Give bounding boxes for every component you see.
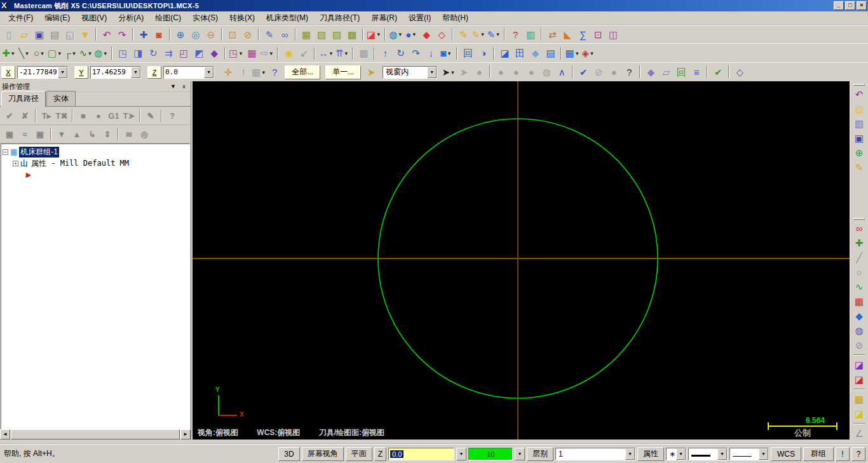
ops-help-icon[interactable]: ?: [165, 109, 180, 123]
wcs-button[interactable]: WCS: [771, 447, 801, 461]
menu-solids[interactable]: 实体(S): [187, 11, 224, 25]
edit-surface-icon[interactable]: ◍: [851, 323, 867, 338]
backplot-icon[interactable]: ■: [76, 109, 91, 123]
create-cylinder-icon[interactable]: ◍: [93, 46, 109, 60]
z-depth-button[interactable]: Z: [374, 447, 386, 461]
line-style-dropdown[interactable]: [688, 448, 728, 460]
zoom-target-icon[interactable]: ⊡: [225, 27, 240, 41]
z-depth-dropdown-icon[interactable]: [456, 448, 466, 460]
filter-funnel-icon[interactable]: ▼: [78, 27, 93, 41]
scrollbar-thumb[interactable]: [11, 429, 180, 440]
collapse-node-icon[interactable]: −: [3, 149, 8, 155]
gview-select-icon-dropdown[interactable]: [261, 65, 266, 79]
toggle-toolpath-display-icon[interactable]: ≈: [17, 127, 32, 141]
gview-select-icon[interactable]: ▦: [251, 65, 267, 79]
surface-create-icon-dropdown[interactable]: [574, 46, 580, 60]
select-all-operations-icon[interactable]: ✔: [2, 109, 17, 123]
verify-icon[interactable]: ●: [91, 109, 106, 123]
set-attributes-icon[interactable]: ✎: [456, 27, 471, 41]
highfeed-icon[interactable]: ✎: [143, 109, 158, 123]
select-arrow-icon-dropdown[interactable]: [450, 65, 456, 79]
analyze-volume-icon[interactable]: ∑: [575, 27, 590, 41]
select-all-button[interactable]: 全部...: [285, 65, 320, 79]
select-none-icon[interactable]: ⊘: [591, 65, 606, 79]
select-polygon-icon[interactable]: ●: [493, 65, 508, 79]
regen-selected-icon[interactable]: T▸: [39, 109, 54, 123]
save-icon[interactable]: ▣: [32, 27, 47, 41]
dimension-icon-dropdown[interactable]: [343, 46, 349, 60]
plane-button[interactable]: 平面: [346, 447, 372, 461]
select-circle-icon[interactable]: ●: [606, 65, 621, 79]
menu-screen[interactable]: 屏幕(R): [365, 11, 403, 25]
no-entry-icon[interactable]: ⊘: [851, 338, 867, 352]
gview-top-icon[interactable]: ▦: [299, 27, 314, 41]
dimension-icon[interactable]: ⇈: [334, 46, 349, 60]
group-button[interactable]: 群组: [803, 447, 834, 461]
distance-icon-dropdown[interactable]: [328, 46, 334, 60]
z-depth-field[interactable]: 0.0: [388, 448, 454, 460]
create-spline-icon-dropdown[interactable]: [87, 46, 93, 60]
construction-plane-icon-dropdown[interactable]: [411, 27, 417, 41]
axis-value-field[interactable]: 17.46259: [90, 66, 141, 79]
clear-colors-icon[interactable]: ∞: [851, 221, 867, 236]
select-gray-arrow-icon[interactable]: ➤: [456, 65, 471, 79]
validate-cursor-icon[interactable]: ✔: [576, 65, 591, 79]
color-swatch[interactable]: 10: [468, 448, 513, 460]
move-down-icon[interactable]: ▼: [54, 127, 69, 141]
selection-mode-dropdown[interactable]: 视窗内: [383, 66, 437, 79]
analyze-chain-icon[interactable]: ⊡: [590, 27, 606, 41]
axis-button[interactable]: Z: [147, 66, 161, 79]
line-width-dropdown[interactable]: [729, 448, 769, 460]
shaded-solid-icon[interactable]: ◆: [419, 27, 434, 41]
tab-solids[interactable]: 实体: [46, 91, 76, 106]
distance-icon[interactable]: ↔: [318, 46, 334, 60]
last-selection-icon[interactable]: ➤: [363, 65, 379, 79]
create-rectangle-icon-dropdown[interactable]: [57, 46, 62, 60]
multi-edit-attributes-icon[interactable]: ✎: [471, 27, 486, 41]
analyze-dynamic-icon[interactable]: ◣: [560, 27, 575, 41]
nesting-icon-dropdown[interactable]: [238, 46, 243, 60]
menu-settings[interactable]: 设置(I): [403, 11, 437, 25]
statusbar-help-button[interactable]: ?: [851, 447, 865, 461]
select-result-icon[interactable]: ●: [471, 65, 487, 79]
solid-extrude-icon[interactable]: ↑: [377, 46, 393, 60]
autocursor-icon[interactable]: ✛: [220, 65, 236, 79]
dynamic-rotate-icon[interactable]: ◙: [151, 27, 166, 41]
create-line-icon[interactable]: ╲: [17, 46, 32, 60]
tree-item-machine-group[interactable]: 机床群组-1: [19, 147, 59, 158]
pan-icon[interactable]: ✚: [136, 27, 151, 41]
tree-item-properties[interactable]: 属性 - Mill Default MM: [30, 158, 130, 169]
attributes-button[interactable]: 属性: [637, 447, 664, 461]
solid-sweep-icon[interactable]: ↷: [408, 46, 423, 60]
print-icon[interactable]: ▤: [47, 27, 62, 41]
menu-help[interactable]: 帮助(H): [437, 11, 474, 25]
menu-create[interactable]: 绘图(C): [149, 11, 187, 25]
ops-horizontal-scrollbar[interactable]: ◄ ►: [0, 429, 191, 440]
attr-purple-icon[interactable]: ◪: [851, 358, 867, 372]
create-spline-icon[interactable]: ∿: [78, 46, 93, 60]
wireframe-solid-icon[interactable]: ◇: [434, 27, 449, 41]
ops-options-icon[interactable]: ◎: [137, 127, 152, 141]
analyze-contour-icon[interactable]: ◫: [606, 27, 621, 41]
construction-plane-icon[interactable]: ●: [403, 27, 419, 41]
stretch-icon[interactable]: ⇨: [259, 46, 275, 60]
solid-fillet-icon[interactable]: ◙: [438, 46, 454, 60]
color-palette-icon[interactable]: ▦: [851, 392, 867, 406]
wcs-globe-icon-dropdown[interactable]: [397, 27, 403, 41]
attr-red-icon[interactable]: ◪: [851, 372, 867, 387]
stretch-icon-dropdown[interactable]: [268, 46, 274, 60]
undo-icon[interactable]: ↶: [99, 27, 114, 41]
copy-icon[interactable]: ▥: [851, 116, 867, 131]
panel-close-icon[interactable]: x: [179, 83, 189, 91]
pencil-icon[interactable]: ✎: [851, 160, 867, 175]
edit-line-icon[interactable]: ╱: [851, 250, 867, 265]
attr-yellow-icon[interactable]: ◪: [851, 406, 867, 421]
save-icon[interactable]: ▣: [851, 131, 867, 145]
level-dropdown-icon[interactable]: [625, 448, 635, 460]
point-style-dropdown-icon[interactable]: [676, 448, 686, 460]
scroll-ops-icon[interactable]: ⇕: [100, 127, 115, 141]
wcs-globe-icon[interactable]: ◍: [388, 27, 403, 41]
menu-edit[interactable]: 编辑(E): [39, 11, 76, 25]
expand-gview-icon[interactable]: ◇: [732, 65, 747, 79]
zoom-window-icon[interactable]: ◎: [188, 27, 203, 41]
